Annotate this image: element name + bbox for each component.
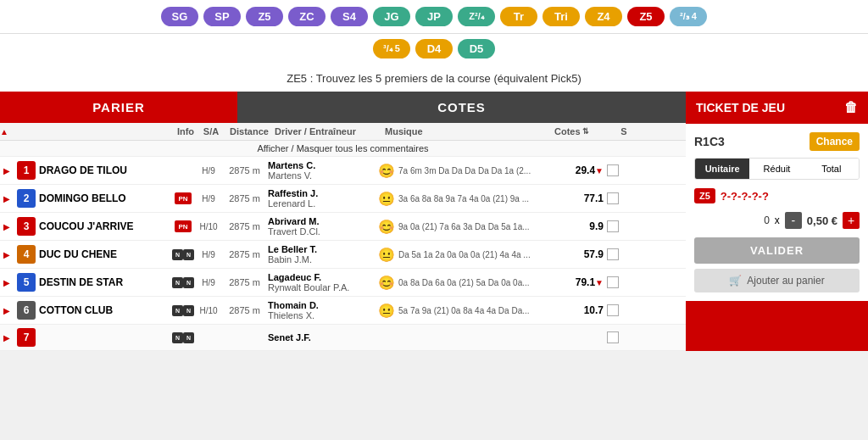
- badge-tri[interactable]: Tri: [542, 7, 580, 26]
- table-row: ▶ 6 COTTON CLUB NN H/10 2875 m Thomain D…: [0, 297, 686, 325]
- horse-name-4: DUC DU CHENE: [39, 248, 170, 260]
- trainer-name-4: Babin J.M.: [268, 254, 378, 265]
- table-row: ▶ 5 DESTIN DE STAR NN H/9 2875 m Lagadeu…: [0, 269, 686, 297]
- horse-sel-7[interactable]: [607, 331, 627, 343]
- ze5-row: Z5 ?-?-?-?-?: [694, 188, 860, 203]
- horse-dist-1: 2875 m: [221, 165, 268, 175]
- badge-tr[interactable]: Tr: [500, 7, 537, 26]
- badge-jg[interactable]: JG: [373, 7, 410, 26]
- horse-sel-1[interactable]: [607, 164, 627, 176]
- amount-plus-button[interactable]: +: [843, 212, 860, 229]
- horse-driver-1: Martens C. Martens V.: [268, 160, 378, 181]
- badge-z5-red[interactable]: Z5: [627, 7, 665, 26]
- nn-badge-6: NN: [172, 305, 194, 316]
- horse-driver-2: Raffestin J. Lerenard L.: [268, 188, 378, 209]
- col-driver-header: Driver / Entraîneur: [275, 126, 385, 136]
- col-cotes-label: Cotes: [554, 126, 581, 136]
- row-expand-4[interactable]: ▶: [0, 250, 14, 259]
- col-headers: ▲ Info S/A Distance Driver / Entraîneur …: [0, 123, 686, 141]
- sel-checkbox-7[interactable]: [607, 331, 619, 343]
- horse-sel-2[interactable]: [607, 192, 627, 204]
- sel-checkbox-4[interactable]: [607, 248, 619, 260]
- horse-sa-2: H/9: [196, 194, 221, 203]
- row-expand-2[interactable]: ▶: [0, 194, 14, 203]
- horse-driver-3: Abrivard M. Travert D.Cl.: [268, 216, 378, 237]
- badge-d4[interactable]: D4: [415, 39, 453, 58]
- amount-count: 0: [764, 214, 770, 226]
- row-expand-6[interactable]: ▶: [0, 306, 14, 315]
- horse-cotes-2: 77.1: [552, 192, 607, 204]
- table-section: PARIER COTES ▲ Info S/A Distance Driver …: [0, 92, 686, 351]
- trainer-name-3: Travert D.Cl.: [268, 226, 378, 237]
- driver-name-3: Abrivard M.: [268, 216, 378, 226]
- header-bar: PARIER COTES: [0, 92, 686, 123]
- table-row: ▶ 3 COUCOU J'ARRIVE PN H/10 2875 m Abriv…: [0, 213, 686, 241]
- badge-sg[interactable]: SG: [161, 7, 198, 26]
- horse-sa-1: H/9: [196, 166, 221, 175]
- amount-minus-button[interactable]: -: [785, 212, 802, 229]
- header-parier: PARIER: [0, 92, 237, 123]
- music-text-4: Da 5a 1a 2a 0a 0a 0a (21) 4a 4a ...: [398, 250, 531, 259]
- sort-cotes-icon: ⇅: [582, 127, 589, 136]
- ajouter-button[interactable]: 🛒 Ajouter au panier: [694, 269, 860, 292]
- horse-info-4: NN: [170, 249, 196, 260]
- driver-name-2: Raffestin J.: [268, 188, 378, 198]
- tab-reduit[interactable]: Réduit: [749, 159, 804, 179]
- horse-number-7: 7: [17, 328, 36, 347]
- horse-number-2: 2: [17, 189, 36, 208]
- valider-button[interactable]: VALIDER: [694, 237, 860, 264]
- music-emoji-3: 😊: [378, 219, 395, 235]
- chance-button[interactable]: Chance: [810, 132, 860, 151]
- sel-checkbox-2[interactable]: [607, 192, 619, 204]
- badge-s4[interactable]: S4: [331, 7, 368, 26]
- col-cotes-header[interactable]: Cotes ⇅: [554, 126, 614, 136]
- horse-sel-3[interactable]: [607, 220, 627, 232]
- horse-cotes-1: 29.4▼: [552, 164, 607, 176]
- amount-separator: x: [775, 214, 780, 226]
- horse-info-3: PN: [170, 220, 196, 232]
- sel-checkbox-6[interactable]: [607, 304, 619, 316]
- horse-number-3: 3: [17, 217, 36, 236]
- sel-checkbox-3[interactable]: [607, 220, 619, 232]
- badge-zc[interactable]: ZC: [288, 7, 326, 26]
- tab-total[interactable]: Total: [804, 159, 859, 179]
- r1c3-label: R1C3: [694, 135, 725, 148]
- sort-arrow-col[interactable]: ▲: [0, 127, 14, 136]
- ticket-panel: TICKET DE JEU 🗑 R1C3 Chance Unitaire Réd…: [686, 92, 868, 351]
- badge-345[interactable]: ³/₄ 5: [373, 39, 410, 58]
- row-expand-5[interactable]: ▶: [0, 278, 14, 287]
- horse-sel-6[interactable]: [607, 304, 627, 316]
- horse-number-6: 6: [17, 301, 36, 320]
- horse-driver-7: Senet J.F.: [268, 332, 378, 343]
- badge-jp[interactable]: JP: [415, 7, 453, 26]
- row-expand-1[interactable]: ▶: [0, 166, 14, 175]
- badge-z5[interactable]: Z5: [246, 7, 283, 26]
- main-area: PARIER COTES ▲ Info S/A Distance Driver …: [0, 92, 868, 351]
- subheader-comments[interactable]: Afficher / Masquer tous les commentaires: [0, 141, 686, 157]
- trash-icon[interactable]: 🗑: [844, 100, 858, 115]
- badge-sp[interactable]: SP: [203, 7, 241, 26]
- badge-d5[interactable]: D5: [458, 39, 495, 58]
- horse-sel-5[interactable]: [607, 276, 627, 288]
- tab-unitaire[interactable]: Unitaire: [695, 159, 749, 179]
- sel-checkbox-1[interactable]: [607, 164, 619, 176]
- trainer-name-5: Rynwalt Boular P.A.: [268, 282, 378, 292]
- row-expand-7[interactable]: ▶: [0, 333, 14, 343]
- badge-234[interactable]: ²/₃ 4: [670, 7, 707, 26]
- badge-z24[interactable]: Z²/₄: [458, 7, 495, 26]
- driver-name-7: Senet J.F.: [268, 332, 378, 343]
- music-text-3: 9a 0a (21) 7a 6a 3a Da Da 5a 1a...: [398, 222, 530, 231]
- horse-sel-4[interactable]: [607, 248, 627, 260]
- r1c3-row: R1C3 Chance: [694, 132, 860, 151]
- driver-name-1: Martens C.: [268, 160, 378, 170]
- trainer-name-6: Thielens X.: [268, 310, 378, 320]
- badges-row1: SG SP Z5 ZC S4 JG JP Z²/₄ Tr Tri Z4 Z5 ²…: [0, 0, 868, 34]
- horse-dist-4: 2875 m: [221, 249, 268, 259]
- row-expand-3[interactable]: ▶: [0, 222, 14, 231]
- table-row: ▶ 1 DRAGO DE TILOU H/9 2875 m Martens C.…: [0, 157, 686, 185]
- horse-driver-5: Lagadeuc F. Rynwalt Boular P.A.: [268, 272, 378, 292]
- sel-checkbox-5[interactable]: [607, 276, 619, 288]
- badge-z4[interactable]: Z4: [585, 7, 622, 26]
- ze5-picks: ?-?-?-?-?: [721, 190, 769, 203]
- horse-dist-2: 2875 m: [221, 193, 268, 203]
